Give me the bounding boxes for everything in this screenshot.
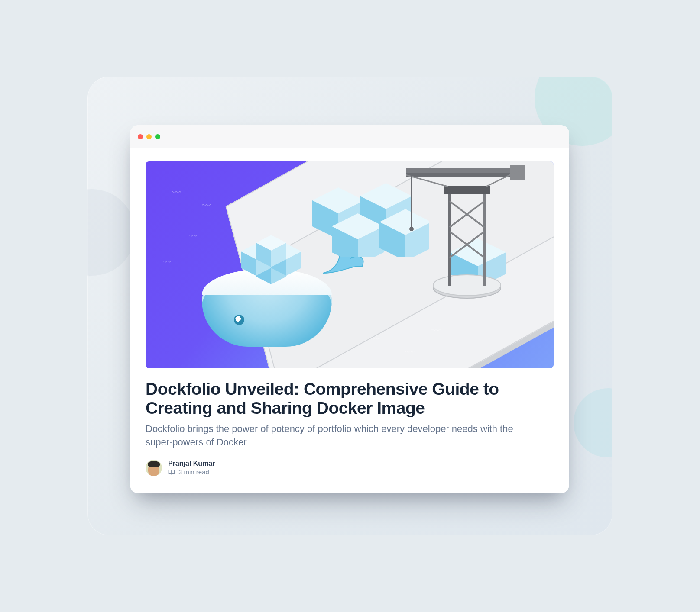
svg-point-42 bbox=[409, 227, 414, 231]
article-card: 〰 〰 〰 〰 〰 〰 〰 bbox=[130, 148, 569, 493]
svg-rect-38 bbox=[510, 165, 525, 180]
bg-decor-circle bbox=[574, 388, 612, 457]
svg-point-28 bbox=[433, 275, 501, 296]
window-titlebar bbox=[130, 125, 569, 148]
svg-rect-35 bbox=[444, 186, 490, 194]
svg-rect-30 bbox=[483, 193, 486, 286]
wave-icon: 〰 bbox=[189, 231, 200, 235]
wave-icon: 〰 bbox=[202, 200, 213, 205]
author-avatar[interactable] bbox=[146, 460, 162, 476]
window-maximize-button[interactable] bbox=[155, 134, 160, 139]
read-time-row: 3 min read bbox=[168, 468, 215, 476]
article-title[interactable]: Dockfolio Unveiled: Comprehensive Guide … bbox=[146, 380, 554, 417]
svg-rect-37 bbox=[406, 168, 523, 173]
byline: Pranjal Kumar 3 min read bbox=[146, 460, 554, 476]
window-close-button[interactable] bbox=[138, 134, 143, 139]
stage: 〰 〰 〰 〰 〰 〰 〰 bbox=[88, 77, 612, 535]
crane-icon bbox=[406, 162, 528, 301]
bg-decor-circle bbox=[88, 189, 135, 276]
browser-window: 〰 〰 〰 〰 〰 〰 〰 bbox=[130, 125, 569, 493]
container-icon bbox=[232, 225, 310, 286]
wave-icon: 〰 bbox=[163, 257, 174, 261]
window-minimize-button[interactable] bbox=[146, 134, 152, 139]
book-open-icon bbox=[168, 469, 175, 476]
article-subtitle: Dockfolio brings the power of potency of… bbox=[146, 422, 535, 449]
read-time: 3 min read bbox=[178, 468, 209, 476]
hero-illustration: 〰 〰 〰 〰 〰 〰 〰 bbox=[146, 161, 554, 368]
author-name[interactable]: Pranjal Kumar bbox=[168, 460, 215, 467]
wave-icon: 〰 bbox=[172, 187, 183, 192]
svg-rect-29 bbox=[448, 193, 451, 286]
traffic-lights bbox=[138, 134, 160, 139]
whale-eye bbox=[234, 315, 244, 325]
